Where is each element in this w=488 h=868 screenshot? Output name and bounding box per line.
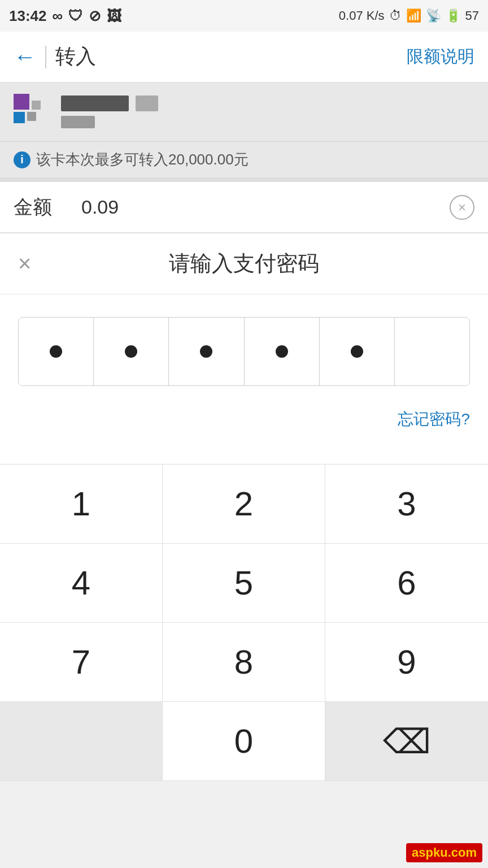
back-button[interactable]: ← bbox=[14, 44, 36, 70]
password-dot-1 bbox=[50, 345, 62, 358]
nav-divider bbox=[45, 46, 46, 68]
forgot-password-link[interactable]: 忘记密码? bbox=[398, 410, 470, 428]
numpad-key-7[interactable]: 7 bbox=[0, 623, 163, 702]
clock-icon: ⏱ bbox=[389, 8, 402, 23]
notice-text: 该卡本次最多可转入20,000.00元 bbox=[36, 150, 249, 170]
card-info bbox=[61, 96, 474, 128]
card-number-blurred bbox=[61, 116, 95, 128]
watermark: aspku.com bbox=[406, 843, 482, 862]
numpad: 1 2 3 4 5 6 7 8 9 0 ⌫ bbox=[0, 464, 488, 781]
numpad-key-9[interactable]: 9 bbox=[325, 623, 488, 702]
card-section bbox=[0, 83, 488, 141]
password-header: × 请输入支付密码 bbox=[0, 233, 488, 294]
watermark-suffix: .com bbox=[448, 845, 477, 860]
password-modal: × 请输入支付密码 忘记密码? 1 bbox=[0, 233, 488, 781]
forgot-password-area: 忘记密码? bbox=[0, 397, 488, 464]
numpad-key-5[interactable]: 5 bbox=[163, 544, 325, 623]
numpad-key-8[interactable]: 8 bbox=[163, 623, 325, 702]
logo-purple bbox=[14, 94, 29, 110]
numpad-key-6[interactable]: 6 bbox=[325, 544, 488, 623]
numpad-key-3[interactable]: 3 bbox=[325, 465, 488, 544]
page-title: 转入 bbox=[55, 43, 407, 71]
logo-blue bbox=[14, 112, 25, 123]
nav-bar: ← 转入 限额说明 bbox=[0, 32, 488, 83]
password-input-area bbox=[0, 294, 488, 397]
blocked-icon: ⊘ bbox=[89, 7, 101, 25]
amount-value: 0.09 bbox=[70, 196, 450, 218]
password-box-1 bbox=[19, 318, 94, 385]
info-icon: i bbox=[14, 151, 30, 168]
amount-row: 金额 0.09 × bbox=[0, 182, 488, 233]
password-title: 请输入支付密码 bbox=[46, 249, 442, 278]
status-left: 13:42 ∞ 🛡 ⊘ 🖼 bbox=[9, 7, 121, 25]
status-right: 0.07 K/s ⏱ 📶 📡 🔋 57 bbox=[339, 8, 479, 23]
numpad-key-1[interactable]: 1 bbox=[0, 465, 163, 544]
password-dot-4 bbox=[276, 345, 288, 358]
wifi-icon: 📶 bbox=[406, 8, 421, 23]
image-icon: 🖼 bbox=[107, 7, 121, 25]
shield-icon: 🛡 bbox=[68, 7, 83, 25]
card-tag-blurred bbox=[136, 96, 158, 111]
password-dot-3 bbox=[200, 345, 212, 358]
info-notice: i 该卡本次最多可转入20,000.00元 bbox=[0, 141, 488, 177]
amount-label: 金额 bbox=[14, 194, 70, 220]
amount-section: 金额 0.09 × bbox=[0, 177, 488, 233]
battery-icon: 🔋 bbox=[446, 8, 461, 23]
numpad-key-4[interactable]: 4 bbox=[0, 544, 163, 623]
password-box-4 bbox=[245, 318, 320, 385]
signal-icon: 📡 bbox=[426, 8, 441, 23]
loop-icon: ∞ bbox=[53, 7, 63, 25]
password-box-3 bbox=[169, 318, 244, 385]
numpad-key-empty bbox=[0, 702, 163, 781]
watermark-text: aspku bbox=[412, 845, 448, 860]
numpad-key-0[interactable]: 0 bbox=[163, 702, 325, 781]
card-name-blurred bbox=[61, 96, 129, 111]
logo-gray-bottom bbox=[27, 112, 36, 121]
password-dot-5 bbox=[351, 345, 363, 358]
password-box-6 bbox=[395, 318, 469, 385]
password-dot-2 bbox=[125, 345, 137, 358]
network-speed: 0.07 K/s bbox=[339, 8, 385, 23]
numpad-key-2[interactable]: 2 bbox=[163, 465, 325, 544]
logo-gray-top bbox=[32, 101, 41, 110]
battery-level: 57 bbox=[465, 8, 479, 23]
password-box-2 bbox=[94, 318, 169, 385]
limit-info-button[interactable]: 限额说明 bbox=[407, 45, 474, 68]
status-time: 13:42 bbox=[9, 7, 47, 25]
password-boxes bbox=[18, 317, 470, 386]
card-logo bbox=[14, 94, 50, 130]
amount-clear-button[interactable]: × bbox=[450, 195, 474, 220]
password-close-button[interactable]: × bbox=[18, 251, 46, 276]
status-bar: 13:42 ∞ 🛡 ⊘ 🖼 0.07 K/s ⏱ 📶 📡 🔋 57 bbox=[0, 0, 488, 32]
numpad-backspace-button[interactable]: ⌫ bbox=[325, 702, 488, 781]
password-box-5 bbox=[320, 318, 395, 385]
card-name-row bbox=[61, 96, 474, 111]
